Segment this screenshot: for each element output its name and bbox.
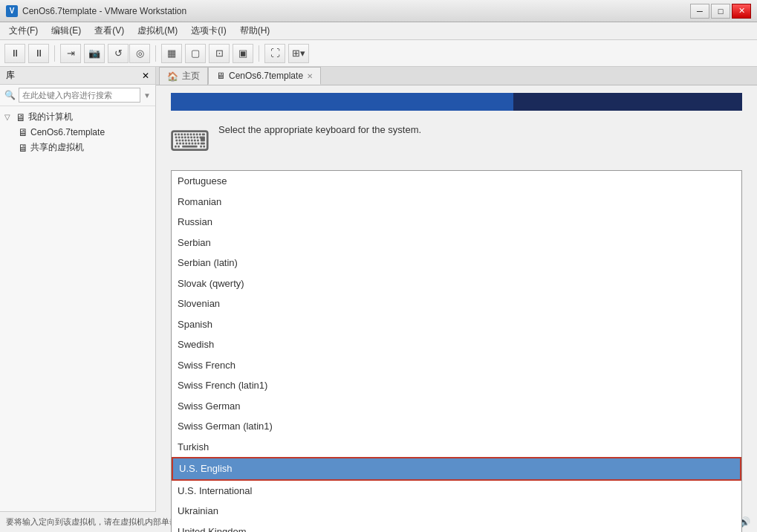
tab-template-icon: 🖥	[216, 71, 225, 81]
list-item[interactable]: Swedish	[172, 334, 741, 355]
content-area: 🏠 主页 🖥 CenOs6.7template ✕ ⌨ Select the a…	[156, 67, 757, 511]
vm-icon-2: 🖥	[18, 142, 28, 154]
list-item[interactable]: U.S. English	[172, 457, 741, 481]
list-item[interactable]: Russian	[172, 212, 741, 233]
toolbar-fullscreen-btn[interactable]: ⛶	[264, 44, 285, 63]
list-item[interactable]: Spanish	[172, 314, 741, 335]
list-item[interactable]: Swiss German (latin1)	[172, 416, 741, 437]
tab-template-label: CenOs6.7template	[229, 71, 303, 81]
toolbar-power-btn[interactable]: ⏸	[4, 44, 25, 63]
tree-item-root[interactable]: ▽ 🖥 我的计算机	[0, 109, 155, 125]
title-bar-left: V CenOs6.7template - VMware Workstation	[6, 5, 186, 17]
toolbar-pause-btn[interactable]: ⏸	[28, 44, 49, 63]
sidebar-title: 库	[6, 69, 15, 82]
sidebar-search: 🔍 ▼	[0, 85, 155, 106]
main-layout: 库 ✕ 🔍 ▼ ▽ 🖥 我的计算机 🖥 CenOs6.7template 🖥 共…	[0, 67, 757, 511]
tab-template[interactable]: 🖥 CenOs6.7template ✕	[208, 67, 321, 85]
menu-vm[interactable]: 虚拟机(M)	[131, 23, 183, 39]
menu-bar: 文件(F) 编辑(E) 查看(V) 虚拟机(M) 选项卡(I) 帮助(H)	[0, 22, 757, 40]
toolbar-view2-btn[interactable]: ▢	[185, 44, 206, 63]
toolbar-snapshot-btn[interactable]: ◎	[129, 44, 150, 63]
menu-tabs[interactable]: 选项卡(I)	[185, 23, 232, 39]
search-dropdown-icon[interactable]: ▼	[143, 91, 151, 100]
home-icon: 🏠	[167, 71, 178, 82]
list-item[interactable]: Ukrainian	[172, 501, 741, 522]
menu-view[interactable]: 查看(V)	[88, 23, 130, 39]
computer-icon: 🖥	[16, 111, 26, 123]
toolbar-sep3	[259, 45, 259, 62]
close-button[interactable]: ✕	[732, 4, 751, 19]
list-item[interactable]: Romanian	[172, 192, 741, 213]
search-icon: 🔍	[4, 90, 16, 100]
toolbar-sep2	[155, 45, 156, 62]
list-item[interactable]: Slovak (qwerty)	[172, 273, 741, 294]
list-item[interactable]: Swiss French	[172, 355, 741, 376]
toolbar-sep1	[54, 45, 55, 62]
tree-item-template[interactable]: 🖥 CenOs6.7template	[0, 125, 155, 140]
list-item[interactable]: Turkish	[172, 437, 741, 458]
restore-button[interactable]: □	[711, 4, 730, 19]
keyboard-list[interactable]: PortugueseRomanianRussianSerbianSerbian …	[172, 171, 741, 532]
list-item[interactable]: Swiss German	[172, 396, 741, 417]
tree-root-label: 我的计算机	[28, 111, 73, 123]
tab-home[interactable]: 🏠 主页	[159, 67, 208, 85]
list-item[interactable]: Portuguese	[172, 171, 741, 192]
list-item[interactable]: Serbian (latin)	[172, 253, 741, 273]
progress-bar-container	[171, 93, 742, 111]
vmware-icon: V	[6, 5, 18, 17]
sidebar-header: 库 ✕	[0, 67, 155, 85]
window-title: CenOs6.7template - VMware Workstation	[22, 6, 186, 16]
toolbar-view3-btn[interactable]: ⊡	[209, 44, 230, 63]
list-item[interactable]: Serbian	[172, 233, 741, 253]
sidebar-close-icon[interactable]: ✕	[142, 71, 149, 81]
sidebar: 库 ✕ 🔍 ▼ ▽ 🖥 我的计算机 🖥 CenOs6.7template 🖥 共…	[0, 67, 156, 511]
progress-bar-fill	[171, 93, 513, 111]
title-bar-controls: ─ □ ✕	[690, 4, 751, 19]
keyboard-section: ⌨ Select the appropriate keyboard for th…	[171, 123, 742, 160]
toolbar-snap-btn[interactable]: 📷	[84, 44, 105, 63]
toolbar-restore-btn[interactable]: ↺	[108, 44, 129, 63]
menu-file[interactable]: 文件(F)	[3, 23, 44, 39]
tab-close-icon[interactable]: ✕	[307, 72, 313, 80]
list-item[interactable]: Swiss French (latin1)	[172, 375, 741, 396]
search-input[interactable]	[19, 88, 140, 103]
toolbar-more-btn[interactable]: ⊞▾	[288, 44, 309, 63]
tree-item-shared[interactable]: 🖥 共享的虚拟机	[0, 140, 155, 155]
tree-shared-label: 共享的虚拟机	[30, 141, 84, 154]
toolbar-view4-btn[interactable]: ▣	[233, 44, 253, 63]
keyboard-heading: Select the appropriate keyboard for the …	[218, 123, 421, 137]
title-bar: V CenOs6.7template - VMware Workstation …	[0, 0, 757, 22]
tab-home-label: 主页	[182, 70, 200, 82]
list-item[interactable]: Slovenian	[172, 293, 741, 314]
list-item[interactable]: U.S. International	[172, 481, 741, 502]
toolbar: ⏸ ⏸ ⇥ 📷 ↺ ◎ ▦ ▢ ⊡ ▣ ⛶ ⊞▾	[0, 40, 757, 67]
tree-template-label: CenOs6.7template	[30, 127, 105, 137]
toolbar-send-btn[interactable]: ⇥	[60, 44, 81, 63]
toolbar-view1-btn[interactable]: ▦	[161, 44, 182, 63]
menu-help[interactable]: 帮助(H)	[234, 23, 276, 39]
tab-bar: 🏠 主页 🖥 CenOs6.7template ✕	[156, 67, 757, 85]
toolbar-group1: ↺ ◎	[108, 44, 150, 63]
menu-edit[interactable]: 编辑(E)	[45, 23, 87, 39]
vm-icon-1: 🖥	[18, 126, 28, 138]
tree-expand-icon: ▽	[4, 113, 13, 121]
list-item[interactable]: United Kingdom	[172, 522, 741, 533]
sidebar-tree: ▽ 🖥 我的计算机 🖥 CenOs6.7template 🖥 共享的虚拟机	[0, 106, 155, 511]
minimize-button[interactable]: ─	[690, 4, 709, 19]
page-content: ⌨ Select the appropriate keyboard for th…	[156, 85, 757, 532]
keyboard-icon: ⌨	[171, 123, 208, 160]
list-box-container: PortugueseRomanianRussianSerbianSerbian …	[171, 170, 742, 532]
